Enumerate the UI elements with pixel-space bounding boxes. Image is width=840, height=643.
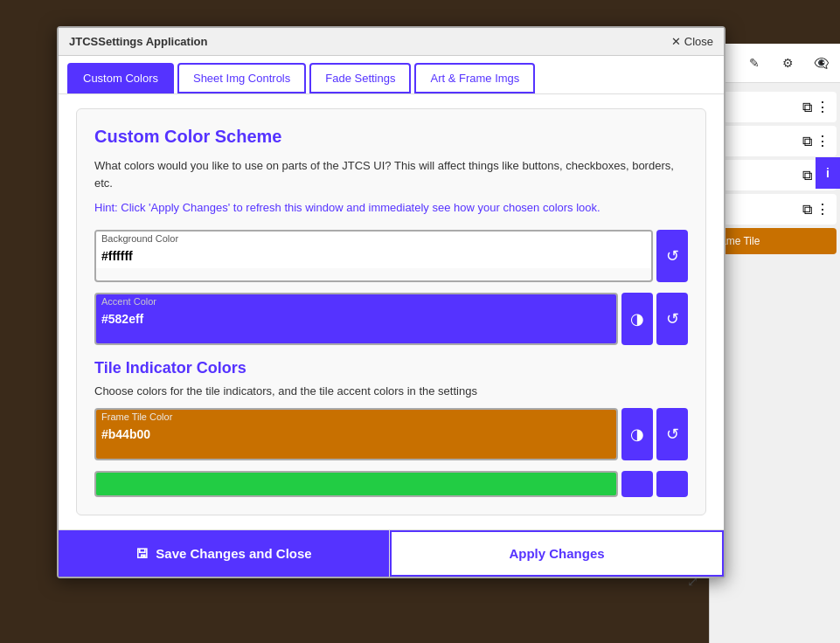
accent-color-reset-button[interactable]: ↺ bbox=[656, 293, 688, 345]
frame-tile-color-box: Frame Tile Color #b44b00 bbox=[94, 408, 618, 460]
copy-icon: ⧉ bbox=[802, 100, 812, 115]
accent-color-row: Accent Color #582eff ◑ ↺ bbox=[94, 293, 688, 345]
section-title: Custom Color Scheme bbox=[94, 127, 688, 147]
sidebar-list-item: ⧉ ⋮ bbox=[713, 126, 837, 156]
menu-icon: ⋮ bbox=[816, 201, 830, 218]
dialog-title: JTCSSettings Application bbox=[69, 35, 207, 48]
menu-icon: ⋮ bbox=[816, 99, 830, 115]
tab-art-frame-imgs[interactable]: Art & Frame Imgs bbox=[414, 63, 535, 93]
hint-text: Hint: Click 'Apply Changes' to refresh t… bbox=[94, 200, 688, 216]
content-panel: Custom Color Scheme What colors would yo… bbox=[76, 108, 706, 515]
info-button[interactable]: i bbox=[816, 157, 840, 189]
apply-label: Apply Changes bbox=[509, 546, 604, 561]
background-color-label: Background Color bbox=[96, 232, 651, 245]
dialog-body: Custom Color Scheme What colors would yo… bbox=[59, 94, 724, 529]
dialog-titlebar: JTCSSettings Application ✕ Close bbox=[59, 28, 724, 56]
partial-color-row bbox=[94, 471, 688, 497]
frame-tile-contrast-button[interactable]: ◑ bbox=[621, 408, 653, 460]
partial-reset-btn bbox=[656, 471, 688, 497]
frame-tile-reset-button[interactable]: ↺ bbox=[656, 408, 688, 460]
frame-tile-color-value: #b44b00 bbox=[96, 424, 616, 446]
tab-custom-colors[interactable]: Custom Colors bbox=[67, 63, 174, 93]
copy-icon: ⧉ bbox=[802, 202, 812, 218]
apply-changes-button[interactable]: Apply Changes bbox=[390, 530, 724, 577]
copy-icon: ⧉ bbox=[802, 134, 812, 149]
edit-icon[interactable]: ✎ bbox=[742, 51, 767, 75]
background-color-value: #ffffff bbox=[96, 245, 651, 268]
gear-icon[interactable]: ⚙ bbox=[775, 51, 800, 75]
frame-tile-color-label: Frame Tile Color bbox=[96, 410, 616, 424]
sidebar-list-item: ⧉ ⋮ bbox=[713, 92, 837, 122]
description-text: What colors would you like to use on par… bbox=[94, 157, 688, 191]
background-color-box: Background Color #ffffff bbox=[94, 230, 653, 282]
partial-color-box bbox=[94, 471, 618, 497]
save-label: Save Changes and Close bbox=[156, 546, 311, 561]
background-color-row: Background Color #ffffff ↺ bbox=[94, 230, 688, 282]
settings-dialog: JTCSSettings Application ✕ Close Custom … bbox=[57, 26, 725, 578]
info-icon: i bbox=[826, 166, 830, 180]
copy-icon: ⧉ bbox=[802, 168, 812, 183]
save-changes-close-button[interactable]: 🖫 Save Changes and Close bbox=[59, 530, 390, 577]
tile-section-title: Tile Indicator Colors bbox=[94, 359, 688, 377]
menu-icon: ⋮ bbox=[816, 133, 830, 149]
close-button[interactable]: ✕ Close bbox=[671, 35, 713, 48]
sidebar-list-item: ⧉ ⋮ bbox=[713, 194, 837, 225]
eye-off-icon[interactable]: 👁‍🗨 bbox=[809, 51, 833, 75]
sidebar-orange-tile: ame Tile bbox=[713, 228, 837, 254]
partial-contrast-btn bbox=[621, 471, 653, 497]
save-icon: 🖫 bbox=[135, 546, 149, 561]
accent-color-contrast-button[interactable]: ◑ bbox=[621, 293, 653, 345]
accent-color-label: Accent Color bbox=[96, 294, 616, 308]
tile-description: Choose colors for the tile indicators, a… bbox=[94, 384, 688, 398]
background-color-reset-button[interactable]: ↺ bbox=[656, 230, 688, 282]
dialog-footer: 🖫 Save Changes and Close Apply Changes bbox=[59, 529, 724, 577]
right-sidebar: ✎ ⚙ 👁‍🗨 i ⧉ ⋮ ⧉ ⋮ ⧉ ⋮ ⧉ ⋮ ame Tile bbox=[709, 44, 840, 643]
sidebar-icon-bar: ✎ ⚙ 👁‍🗨 bbox=[710, 44, 840, 83]
tab-fade-settings[interactable]: Fade Settings bbox=[309, 63, 411, 93]
frame-tile-color-row: Frame Tile Color #b44b00 ◑ ↺ bbox=[94, 408, 688, 460]
tabs-bar: Custom Colors Sheet Img Controls Fade Se… bbox=[59, 56, 724, 94]
accent-color-box: Accent Color #582eff bbox=[94, 293, 618, 345]
accent-color-value: #582eff bbox=[96, 308, 616, 331]
tab-sheet-img-controls[interactable]: Sheet Img Controls bbox=[177, 63, 306, 93]
